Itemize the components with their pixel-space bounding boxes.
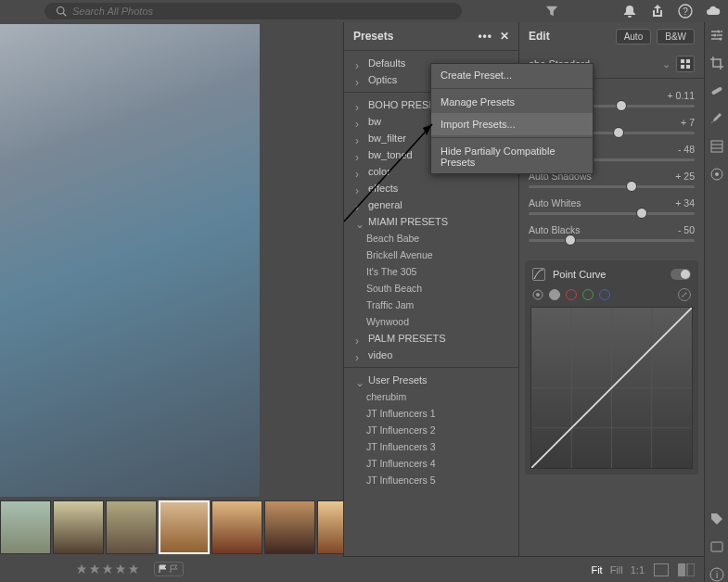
thumbnail[interactable] <box>211 500 262 554</box>
heal-icon[interactable] <box>709 83 724 98</box>
profile-browser-button[interactable] <box>676 56 695 72</box>
preset-folder[interactable]: general <box>344 196 518 213</box>
preset-folder-miami[interactable]: MIAMI PRESETS <box>344 213 518 230</box>
filmstrip <box>0 499 343 556</box>
grid-icon <box>680 58 691 70</box>
star-icon[interactable] <box>76 563 87 575</box>
compare-icon[interactable] <box>678 563 695 576</box>
filter-icon[interactable] <box>545 5 558 18</box>
curve-toggle[interactable] <box>671 269 691 280</box>
tag-icon[interactable] <box>709 512 724 526</box>
search-container[interactable] <box>45 3 462 19</box>
curve-mode-icon[interactable] <box>532 268 545 281</box>
star-icon[interactable] <box>102 563 113 575</box>
star-rating[interactable] <box>76 563 139 575</box>
preset-folder[interactable]: PALM PRESETS <box>344 330 518 347</box>
thumbnail[interactable] <box>264 500 315 554</box>
svg-text:i: i <box>715 570 717 580</box>
presets-panel: Presets ••• ✕ Defaults Optics BOHO PRESE… <box>343 22 519 582</box>
svg-point-27 <box>715 172 719 176</box>
crop-icon[interactable] <box>709 56 724 70</box>
preset-item[interactable]: JT Influencers 4 <box>344 455 518 472</box>
view-original-toggle[interactable] <box>654 563 669 576</box>
zoom-fit[interactable]: Fit <box>591 564 602 576</box>
share-icon[interactable] <box>650 4 665 19</box>
slider-value: + 0.11 <box>668 90 696 101</box>
bell-icon[interactable] <box>622 4 637 19</box>
slider-label: Auto Whites <box>529 197 581 209</box>
presets-context-menu: Create Preset... Manage Presets Import P… <box>430 63 594 174</box>
bw-button[interactable]: B&W <box>657 29 695 44</box>
help-icon[interactable]: ? <box>678 4 693 19</box>
slider-auto-blacks[interactable]: Auto Blacks- 50 <box>529 224 695 242</box>
preset-item[interactable]: Traffic Jam <box>344 297 518 313</box>
cloud-icon[interactable] <box>706 4 721 19</box>
curve-expand-button[interactable]: ⤢ <box>678 288 691 301</box>
channel-luma[interactable] <box>549 289 560 300</box>
svg-point-11 <box>536 293 540 297</box>
slider-auto-whites[interactable]: Auto Whites+ 34 <box>529 197 695 215</box>
auto-button[interactable]: Auto <box>616 29 652 44</box>
preset-folder[interactable]: video <box>344 347 518 363</box>
thumbnail[interactable] <box>53 500 104 554</box>
channel-blue[interactable] <box>599 289 610 300</box>
zoom-fill[interactable]: Fill <box>610 564 623 576</box>
svg-rect-23 <box>711 141 722 152</box>
parametric-icon[interactable] <box>532 289 543 300</box>
preset-item[interactable]: JT Influencers 2 <box>344 422 518 438</box>
preset-item[interactable]: cherubim <box>344 388 518 405</box>
radial-gradient-icon[interactable] <box>709 167 724 182</box>
channel-red[interactable] <box>566 289 577 300</box>
zoom-1to1[interactable]: 1:1 <box>631 564 645 576</box>
presets-close-button[interactable]: ✕ <box>500 30 509 43</box>
ctx-hide-incompatible[interactable]: Hide Partially Compatible Presets <box>431 140 593 173</box>
linear-gradient-icon[interactable] <box>709 139 724 154</box>
flag-pick-icon[interactable] <box>159 564 168 574</box>
slider-value: - 50 <box>678 224 695 235</box>
slider-value: + 7 <box>681 117 695 128</box>
flag-reject-icon[interactable] <box>170 564 179 574</box>
preset-folder[interactable]: effects <box>344 180 518 196</box>
preset-item[interactable]: South Beach <box>344 280 518 297</box>
ctx-import-presets[interactable]: Import Presets... <box>431 113 593 135</box>
slider-value: + 34 <box>675 197 695 209</box>
image-preview[interactable] <box>0 24 260 497</box>
zoom-bar: Fit Fill 1:1 <box>343 556 704 582</box>
star-icon[interactable] <box>115 563 126 575</box>
thumbnail[interactable] <box>317 500 343 554</box>
preset-group-user[interactable]: User Presets <box>344 372 518 388</box>
thumbnail[interactable] <box>0 500 51 554</box>
preset-item[interactable]: Wynwood <box>344 313 518 330</box>
brush-icon[interactable] <box>709 111 724 126</box>
point-curve-section: Point Curve ⤢ <box>525 260 698 474</box>
info-icon[interactable]: i <box>709 567 724 582</box>
keyword-icon[interactable] <box>709 539 724 554</box>
star-icon[interactable] <box>89 563 100 575</box>
preset-item[interactable]: It's The 305 <box>344 263 518 280</box>
thumbnail[interactable] <box>159 500 210 554</box>
preset-item[interactable]: JT Influencers 5 <box>344 472 518 488</box>
thumbnail[interactable] <box>106 500 157 554</box>
svg-point-20 <box>713 34 716 37</box>
tone-curve[interactable] <box>530 307 693 469</box>
image-column <box>0 22 343 582</box>
zoom-options: Fit Fill 1:1 <box>591 564 645 576</box>
flag-toggle[interactable] <box>154 562 184 576</box>
search-input[interactable] <box>72 6 451 17</box>
slider-label: Auto Blacks <box>529 224 580 235</box>
presets-menu-button[interactable]: ••• <box>478 30 492 43</box>
svg-point-19 <box>717 31 720 33</box>
channel-green[interactable] <box>582 289 594 300</box>
star-icon[interactable] <box>128 563 139 575</box>
svg-rect-28 <box>711 542 722 551</box>
preset-item[interactable]: JT Influencers 3 <box>344 438 518 455</box>
preset-item[interactable]: JT Influencers 1 <box>344 405 518 422</box>
image-bottom-bar <box>0 556 343 582</box>
ctx-manage-presets[interactable]: Manage Presets <box>431 91 593 113</box>
preset-item[interactable]: Brickell Avenue <box>344 247 518 263</box>
ctx-create-preset[interactable]: Create Preset... <box>431 64 593 86</box>
svg-point-21 <box>719 38 722 41</box>
edit-sliders-icon[interactable] <box>709 28 724 43</box>
preset-item[interactable]: Beach Babe <box>344 230 518 247</box>
search-icon <box>56 6 67 17</box>
